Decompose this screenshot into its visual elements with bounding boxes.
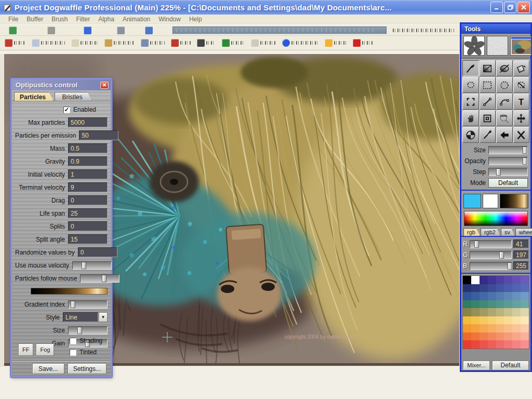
slider-handle[interactable] <box>102 275 107 282</box>
palette-swatch[interactable] <box>521 284 529 292</box>
palette-swatch[interactable] <box>521 340 529 349</box>
close-button[interactable] <box>517 2 530 13</box>
palette-swatch[interactable] <box>496 316 504 325</box>
noise-texture-thumbnail[interactable] <box>487 36 508 56</box>
tool-gradient-square[interactable] <box>480 60 496 76</box>
palette-swatch[interactable] <box>488 284 496 292</box>
toolbar2-item[interactable] <box>195 39 216 47</box>
r-channel-slider[interactable] <box>470 240 512 248</box>
palette-swatch[interactable] <box>463 340 471 349</box>
palette-swatch[interactable] <box>521 300 529 309</box>
palette-swatch[interactable] <box>480 308 488 316</box>
tool-rect-select[interactable] <box>480 77 496 93</box>
palette-swatch[interactable] <box>512 340 521 349</box>
terminal-velocity-input[interactable]: 9 <box>68 182 108 192</box>
slider-handle[interactable] <box>496 168 501 176</box>
slider-handle[interactable] <box>499 251 504 259</box>
toolbar2-item[interactable] <box>30 39 65 47</box>
mass-input[interactable]: 0.5 <box>68 143 108 153</box>
palette-swatch[interactable] <box>512 300 521 309</box>
step-slider[interactable] <box>488 168 528 176</box>
size-slider[interactable] <box>488 146 528 154</box>
palette-swatch[interactable] <box>480 324 488 332</box>
tool-curve[interactable] <box>496 94 513 110</box>
g-channel-slider[interactable] <box>470 251 512 259</box>
tinted-checkbox[interactable] <box>70 349 76 356</box>
color-tab-wheel[interactable]: wheel <box>515 228 532 236</box>
palette-swatch[interactable] <box>496 300 504 309</box>
particles-per-emission-input[interactable]: 50 <box>79 130 118 140</box>
shading-checkbox[interactable] <box>70 338 76 344</box>
tool-lasso[interactable] <box>462 77 479 93</box>
opacity-slider[interactable] <box>488 157 528 165</box>
slider-handle[interactable] <box>82 262 86 269</box>
fog-button[interactable]: Fog <box>36 343 54 356</box>
slider-handle[interactable] <box>523 157 527 165</box>
optipustics-title-bar[interactable]: Optipustics control ✕ <box>12 79 111 90</box>
palette-swatch[interactable] <box>480 316 488 325</box>
image-thumbnail[interactable] <box>510 36 531 56</box>
toolbar2-item[interactable] <box>323 39 347 47</box>
ff-button[interactable]: FF <box>18 343 33 356</box>
minimize-button[interactable] <box>490 2 503 13</box>
palette-swatch[interactable] <box>512 332 521 341</box>
optipustics-close-icon[interactable]: ✕ <box>100 82 109 89</box>
toolbar2-item[interactable] <box>139 39 165 47</box>
randomize-values-by-input[interactable]: 0 <box>78 247 117 257</box>
b-channel-slider[interactable] <box>470 262 512 270</box>
palette-swatch[interactable] <box>512 316 521 325</box>
brush-shape-thumbnail[interactable] <box>463 36 485 56</box>
tool-sphere[interactable] <box>462 127 479 143</box>
palette-swatch[interactable] <box>480 300 488 309</box>
tool-text[interactable]: T <box>513 94 530 110</box>
palette-swatch[interactable] <box>480 340 488 349</box>
slider-handle[interactable] <box>77 327 82 334</box>
slider-handle[interactable] <box>508 262 512 270</box>
slider-handle[interactable] <box>474 241 479 248</box>
slider-handle[interactable] <box>523 147 527 154</box>
current-color-swatch[interactable] <box>463 194 481 208</box>
palette-swatch[interactable] <box>521 292 529 300</box>
palette-swatch[interactable] <box>488 308 496 316</box>
palette-swatch[interactable] <box>504 316 512 325</box>
menu-item-buffer[interactable]: Buffer <box>22 16 47 23</box>
mixer-button[interactable]: Mixer... <box>463 361 490 370</box>
palette-swatch[interactable] <box>471 300 480 309</box>
tool-ellipse-select[interactable] <box>496 77 513 93</box>
speaker-icon[interactable] <box>145 26 153 34</box>
palette-swatch[interactable] <box>496 292 504 300</box>
drag-input[interactable]: 0 <box>68 195 108 205</box>
secondary-color-swatch[interactable] <box>483 194 498 208</box>
menu-item-animation[interactable]: Animation <box>118 16 154 23</box>
save-button[interactable]: Save... <box>32 363 64 374</box>
max-particles-input[interactable]: 5000 <box>68 117 108 127</box>
palette-swatch[interactable] <box>471 340 480 349</box>
blue-app-icon[interactable] <box>84 26 91 34</box>
menu-item-filter[interactable]: Filter <box>72 16 95 23</box>
palette-swatch[interactable] <box>488 324 496 332</box>
toolbar2-item[interactable] <box>220 39 245 47</box>
palette-swatch[interactable] <box>512 308 521 316</box>
tool-line[interactable] <box>480 94 496 110</box>
style-select[interactable]: Line <box>63 312 98 322</box>
address-strip[interactable] <box>172 26 387 34</box>
palette-swatch[interactable] <box>521 308 529 316</box>
palette-swatch[interactable] <box>488 276 496 284</box>
toolbar2-item[interactable] <box>103 39 135 47</box>
particles-follow-mouse-slider[interactable] <box>80 274 119 283</box>
menu-item-brush[interactable]: Brush <box>47 16 72 23</box>
toolbar2-item[interactable] <box>70 39 98 47</box>
tool-cut[interactable] <box>513 127 530 143</box>
menu-item-window[interactable]: Window <box>154 16 185 23</box>
palette-swatch[interactable] <box>504 308 512 316</box>
palette-swatch[interactable] <box>463 316 471 325</box>
gray-app-icon[interactable] <box>117 26 125 34</box>
palette-swatch[interactable] <box>463 276 471 284</box>
palette-swatch[interactable] <box>496 284 504 292</box>
gradient-swatch[interactable] <box>500 194 528 208</box>
palette-swatch[interactable] <box>480 276 488 284</box>
palette-swatch[interactable] <box>480 284 488 292</box>
menu-item-help[interactable]: Help <box>185 16 206 23</box>
particle-gradient-bar[interactable] <box>31 288 108 295</box>
palette-swatch[interactable] <box>471 308 480 316</box>
